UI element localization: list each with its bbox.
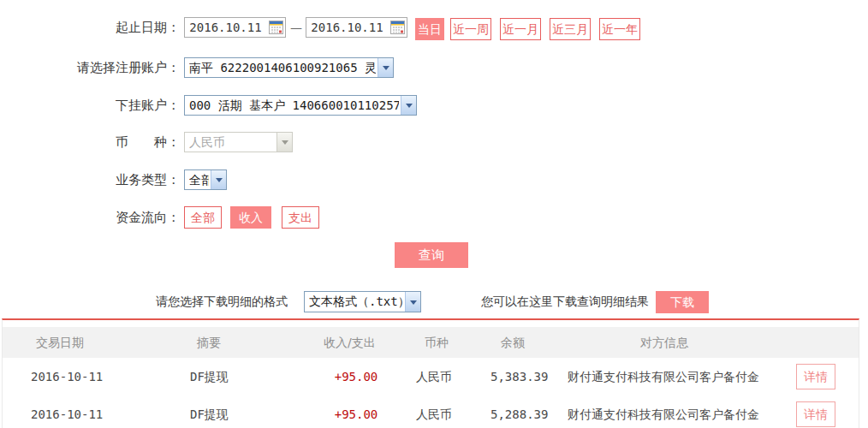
detail-button[interactable]: 详情	[796, 401, 835, 427]
register-account-label: 请选择注册账户：	[0, 57, 180, 78]
sub-account-label: 下挂账户：	[0, 95, 180, 116]
shortcut-last-3-months-button[interactable]: 近三月	[550, 18, 591, 40]
download-hint-text: 您可以在这里下载查询明细结果	[481, 291, 649, 312]
cell-balance: 5,383.39	[490, 358, 548, 395]
cell-amount: +95.00	[313, 395, 399, 428]
download-format-select[interactable]: 文本格式（.txt）	[304, 291, 421, 312]
header-balance: 余额	[501, 327, 525, 358]
chevron-down-icon	[211, 170, 226, 189]
chevron-down-icon	[401, 96, 416, 115]
cell-balance: 5,288.39	[490, 395, 548, 428]
download-format-value: 文本格式（.txt）	[309, 292, 403, 311]
chevron-down-icon	[405, 292, 420, 312]
currency-select: 人民币	[184, 132, 293, 152]
transaction-query-page: 起止日期： 2016.10.11 — 2016.10.11	[0, 0, 868, 428]
register-account-value: 南平 6222001406100921065 灵通卡	[189, 58, 376, 77]
header-date: 交易日期	[36, 327, 84, 358]
cell-date: 2016-10-11	[31, 358, 103, 395]
shortcut-today-button[interactable]: 当日	[415, 18, 444, 40]
end-date-value: 2016.10.11	[306, 18, 388, 37]
calendar-icon[interactable]	[390, 21, 405, 34]
cell-amount: +95.00	[313, 358, 399, 395]
end-date-input[interactable]: 2016.10.11	[306, 17, 407, 38]
sub-account-select[interactable]: 000 活期 基本户 1406600101102571848	[184, 95, 417, 116]
fund-flow-expense-button[interactable]: 支出	[282, 206, 319, 229]
cell-summary: DF提现	[190, 358, 229, 395]
start-date-input[interactable]: 2016.10.11	[184, 17, 286, 38]
cell-counterparty: 财付通支付科技有限公司客户备付金	[568, 395, 759, 428]
table-row: 2016-10-11 DF提现 +95.00 人民币 5,383.39 财付通支…	[3, 358, 859, 396]
header-summary: 摘要	[197, 327, 221, 358]
fund-flow-all-button[interactable]: 全部	[184, 206, 222, 229]
cell-date: 2016-10-11	[31, 395, 103, 428]
fund-flow-label: 资金流向：	[0, 206, 180, 229]
table-header-row: 交易日期 摘要 收入/支出 币种 余额 对方信息	[3, 327, 859, 358]
business-type-label: 业务类型：	[0, 169, 180, 190]
table-row: 2016-10-11 DF提现 +95.00 人民币 5,288.39 财付通支…	[3, 395, 859, 428]
header-currency: 币种	[425, 327, 449, 358]
chevron-down-icon	[378, 58, 393, 77]
shortcut-last-month-button[interactable]: 近一月	[500, 18, 541, 40]
cell-counterparty: 财付通支付科技有限公司客户备付金	[568, 358, 759, 395]
business-type-value: 全部	[189, 170, 209, 189]
sub-account-value: 000 活期 基本户 1406600101102571848	[189, 96, 399, 115]
business-type-select[interactable]: 全部	[184, 169, 227, 190]
cell-currency: 人民币	[416, 395, 452, 428]
header-counterparty: 对方信息	[640, 327, 688, 358]
download-format-label: 请您选择下载明细的格式	[156, 291, 288, 312]
query-button[interactable]: 查询	[395, 242, 468, 268]
calendar-icon[interactable]	[269, 21, 283, 34]
header-amount: 收入/支出	[324, 327, 376, 358]
fund-flow-income-button[interactable]: 收入	[230, 206, 271, 229]
start-date-value: 2016.10.11	[185, 18, 266, 37]
shortcut-last-year-button[interactable]: 近一年	[599, 18, 640, 40]
cell-currency: 人民币	[416, 358, 452, 395]
download-button[interactable]: 下载	[656, 291, 709, 313]
detail-button[interactable]: 详情	[796, 364, 835, 389]
date-range-separator: —	[289, 17, 303, 38]
register-account-select[interactable]: 南平 6222001406100921065 灵通卡	[184, 57, 394, 78]
currency-value: 人民币	[189, 133, 275, 152]
cell-summary: DF提现	[190, 395, 229, 428]
currency-label: 币 种：	[0, 132, 180, 152]
results-table: 交易日期 摘要 收入/支出 币种 余额 对方信息 2016-10-11 DF提现…	[2, 318, 859, 428]
chevron-down-icon	[276, 133, 292, 152]
date-range-label: 起止日期：	[0, 17, 180, 38]
shortcut-last-week-button[interactable]: 近一周	[450, 18, 491, 40]
